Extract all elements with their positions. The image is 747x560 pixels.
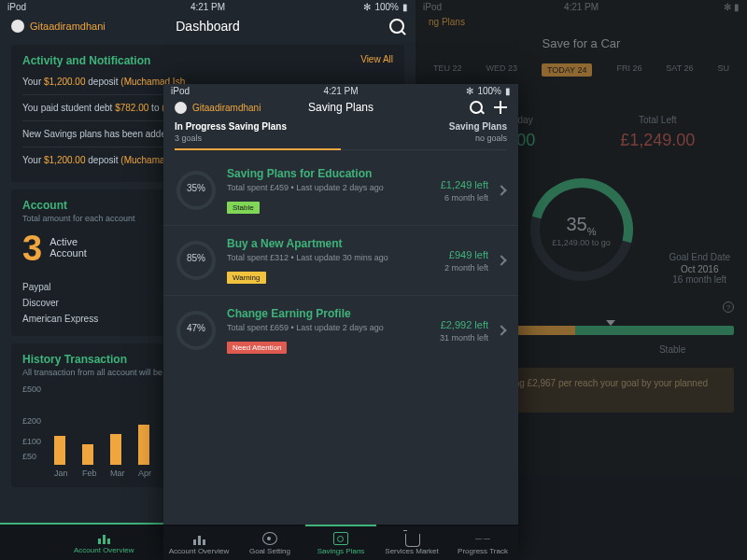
avatar[interactable] [11,20,24,33]
tab-saving-plans[interactable]: Saving Plans no goals [341,121,507,150]
plan-title: Buy a New Apartment [227,237,444,250]
tab-progress-track[interactable]: Progress Track [447,526,518,560]
bars-icon [191,532,206,545]
status-bar: iPod 4:21 PM ✻100%▮ [0,0,416,13]
chevron-right-icon [496,185,506,195]
progress-ring: 85% [176,241,216,280]
page-title: Saving Plans [308,101,374,114]
chart-bar [54,436,65,465]
battery-label: 100% [374,2,399,12]
amount-left: £1,249 left [441,179,488,190]
search-icon[interactable] [389,19,404,34]
plan-row[interactable]: 85%Buy a New ApartmentTotal spent £312 •… [163,226,518,296]
status-bar: iPod 4:21 PM ✻ ▮ [416,0,747,13]
plan-tabs: In Progress Saving Plans 3 goals Saving … [163,121,518,150]
account-count: 3 [22,231,42,266]
progress-ring: 35% £1,249.00 to go [530,178,633,281]
goal-end-info: Goal End Date Oct 2016 16 month left [669,252,730,285]
total-left-value: £1,249.00 [582,131,735,150]
tab-savings-plans[interactable]: Savings Plans [305,525,376,560]
day-item[interactable]: FRI 26 [616,63,641,77]
months-left: 31 month left [440,333,488,343]
plan-row[interactable]: 35%Saving Plans for EducationTotal spent… [163,156,518,226]
bars-icon [96,531,111,544]
months-left: 2 month left [444,263,488,273]
target-icon [262,532,277,545]
save-icon [333,532,348,545]
chart-bar [82,444,93,465]
day-item[interactable]: SU [718,63,730,77]
status-badge: Stable [227,202,260,214]
username-label[interactable]: Gitaadiramdhani [30,21,106,32]
view-all-link[interactable]: View All [360,54,393,64]
cart-icon [405,534,420,547]
spark-icon [475,532,490,545]
add-icon[interactable] [494,101,507,114]
status-badge: Need Attention [227,342,287,354]
search-icon[interactable] [470,101,483,114]
progress-ring: 47% [176,311,216,350]
page-title: Dashboard [176,19,240,34]
status-badge: Warning [227,272,266,284]
activity-title: Activity and Notification [22,54,393,67]
help-icon[interactable]: ? [723,301,734,313]
day-item[interactable]: SAT 26 [666,63,693,77]
tab-account-overview[interactable]: Account Overview [163,526,234,560]
tab-goal-setting[interactable]: Goal Setting [234,526,305,560]
total-left-label: Total Left [582,115,735,125]
back-link[interactable]: ng Plans [416,13,747,31]
battery-icon: ▮ [402,2,408,12]
bluetooth-icon: ✻ [363,2,371,12]
clock-label: 4:21 PM [190,2,225,12]
username-label[interactable]: Gitaadiramdhani [192,103,261,113]
plan-detail: Total spent £312 • Last update 30 mins a… [227,253,444,262]
plan-detail: Total spent £659 • Last update 2 days ag… [227,323,440,332]
chevron-right-icon [496,325,506,335]
chart-bar [138,425,149,465]
page-title: Save for a Car [416,31,747,60]
amount-left: £949 left [444,249,488,260]
months-left: 6 month left [441,193,488,203]
header: Gitaadiramdhani Saving Plans [163,97,518,121]
carrier-label: iPod [7,2,26,12]
plan-title: Saving Plans for Education [227,167,441,180]
plan-detail: Total spent £459 • Last update 2 days ag… [227,183,441,192]
progress-ring: 35% [176,171,216,210]
avatar[interactable] [175,102,187,114]
day-selector: TEU 22 WED 23 TODAY 24 FRI 26 SAT 26 SU [416,60,747,80]
day-item-today[interactable]: TODAY 24 [542,63,593,77]
amount-left: £2,992 left [440,319,488,330]
day-item[interactable]: WED 23 [486,63,517,77]
tab-bar: Account Overview Goal Setting Savings Pl… [163,525,518,560]
plan-list: 35%Saving Plans for EducationTotal spent… [163,150,518,371]
status-bar: iPod 4:21 PM ✻100%▮ [163,84,518,97]
header: Gitaadiramdhani Dashboard [0,13,416,43]
chart-bar [110,434,121,465]
tab-services-market[interactable]: Services Market [376,526,447,560]
saving-plans-screen: iPod 4:21 PM ✻100%▮ Gitaadiramdhani Savi… [163,84,518,560]
plan-row[interactable]: 47%Change Earning ProfileTotal spent £65… [163,296,518,365]
tab-in-progress[interactable]: In Progress Saving Plans 3 goals [175,121,341,150]
day-item[interactable]: TEU 22 [433,63,462,77]
plan-title: Change Earning Profile [227,307,440,320]
chevron-right-icon [496,255,506,265]
